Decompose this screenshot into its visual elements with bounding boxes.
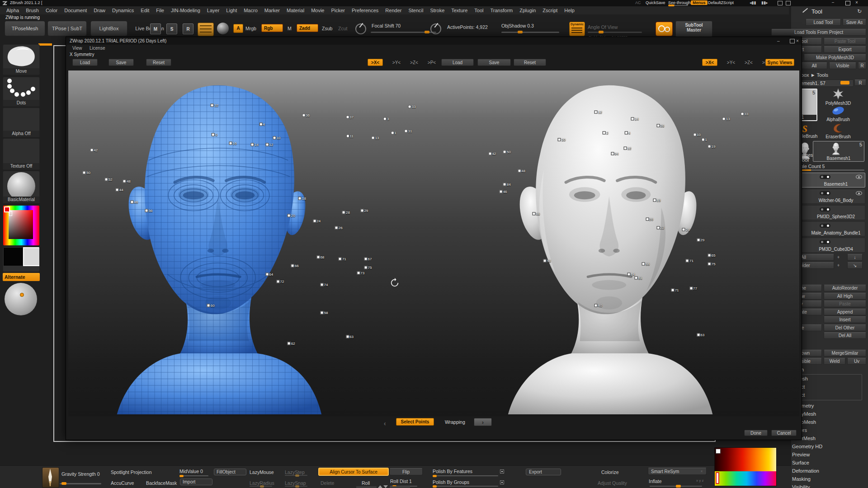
tray-section-surface[interactable]: Surface — [792, 460, 809, 465]
menu-file[interactable]: File — [156, 8, 164, 13]
mesh-point[interactable]: 64 — [265, 272, 273, 277]
left-tray-alpha-off[interactable]: Alpha Off — [3, 108, 40, 137]
mesh-point[interactable]: 14 — [251, 143, 259, 147]
quicksave-button[interactable]: QuickSave — [646, 0, 665, 5]
zwrap-titlebar[interactable]: ZWrap 2020.12.1 TRIAL PERIOD (26 Days Le… — [66, 37, 802, 45]
mesh-point[interactable]: 84 — [503, 183, 511, 187]
tposemesh-button[interactable]: TPoseMesh — [5, 21, 45, 36]
grid-del-other-button[interactable]: Del Other — [824, 324, 866, 331]
angle-of-view-thumb[interactable] — [599, 31, 604, 33]
step-forward-button[interactable]: › — [474, 418, 492, 426]
zwrap-sync-views-button[interactable]: Sync Views — [765, 59, 794, 66]
zwrap-minimize-button[interactable]: – — [777, 37, 780, 45]
secondary-color-swatch[interactable] — [23, 247, 40, 266]
subtool-master-icon[interactable] — [656, 22, 673, 36]
visibility-eye-icon[interactable] — [856, 175, 862, 179]
save-as-button[interactable]: Save As — [843, 19, 866, 26]
wrapping-tab[interactable]: Wrapping — [445, 419, 465, 425]
mesh-point[interactable]: 73 — [357, 271, 364, 275]
mesh-point[interactable]: 65 — [708, 253, 716, 258]
scroll-bar-right[interactable] — [390, 486, 410, 488]
mesh-point[interactable]: 29 — [697, 238, 704, 242]
menu-stencil[interactable]: Stencil — [408, 8, 423, 13]
polish-groups-thumb[interactable] — [433, 485, 437, 488]
lazystep-track[interactable] — [285, 475, 307, 476]
zwrap-close-button[interactable]: × — [796, 37, 799, 45]
tray-section-preview[interactable]: Preview — [792, 452, 810, 457]
mesh-point[interactable]: 2 — [603, 131, 608, 135]
subtool-toggle-pill[interactable] — [820, 207, 830, 211]
mesh-point[interactable]: 0 — [212, 132, 217, 136]
dynamic-persp-button[interactable]: Dynamic — [569, 22, 585, 36]
export-button[interactable]: Export — [824, 46, 866, 53]
panel-left-icon[interactable] — [778, 1, 783, 5]
menus-button[interactable]: Menus — [691, 0, 708, 5]
mesh-point[interactable]: 36 — [302, 113, 310, 117]
step-back-chevron[interactable]: ‹ — [384, 420, 386, 427]
focal-shift-slider[interactable]: Focal Shift 70 — [372, 23, 401, 28]
mesh-point[interactable]: 48 — [123, 179, 131, 183]
axis-button-P[interactable]: >P< — [425, 59, 439, 66]
see-through-track[interactable] — [668, 5, 688, 6]
mesh-point[interactable]: 28 — [342, 210, 350, 214]
zwrap-cancel-button[interactable]: Cancel — [771, 430, 797, 436]
left-tray-gradient[interactable] — [3, 205, 40, 246]
colorize-button[interactable]: Colorize — [601, 469, 619, 475]
axis-button-Z[interactable]: >Z< — [407, 59, 421, 66]
axis-button-Y[interactable]: >Y< — [724, 59, 738, 66]
menu-transform[interactable]: Transform — [491, 8, 513, 13]
zadd-button[interactable]: Zadd — [297, 24, 318, 32]
all-button[interactable]: All — [801, 62, 827, 69]
mesh-point[interactable]: 22 — [656, 226, 664, 230]
grid-all-high-button[interactable]: All High — [824, 293, 866, 300]
mesh-point[interactable]: 36 — [656, 124, 664, 128]
zwrap-symmetry-toggle[interactable]: X Symmetry — [70, 52, 94, 57]
visible-button[interactable]: Visible — [829, 62, 856, 69]
mesh-point[interactable]: 66 — [642, 262, 650, 266]
r-button[interactable]: R — [858, 62, 866, 69]
lazymouse-button[interactable]: LazyMouse — [250, 469, 274, 475]
mesh-point[interactable]: 33 — [408, 105, 416, 109]
sv-marker[interactable] — [9, 211, 12, 216]
mesh-point[interactable]: 20 — [288, 214, 295, 218]
gradient-strip-bottom[interactable] — [715, 471, 776, 486]
material-copy-icon[interactable]: M — [150, 23, 161, 34]
mesh-point[interactable]: 52 — [104, 177, 112, 181]
mesh-point[interactable]: 12 — [594, 110, 602, 114]
polish-groups-track[interactable] — [433, 486, 498, 487]
tray-section-masking[interactable]: Masking — [792, 476, 811, 482]
polish-features-toggle[interactable] — [500, 469, 504, 474]
tpose-subt-button[interactable]: TPose | SubT — [47, 21, 87, 36]
menu-alpha[interactable]: Alpha — [6, 8, 19, 13]
mesh-point[interactable]: 26 — [335, 226, 343, 230]
mesh-point[interactable]: 74 — [320, 283, 328, 287]
mesh-point[interactable]: 56 — [532, 212, 540, 216]
spotlight-dial-icon[interactable] — [217, 23, 229, 34]
m-button[interactable]: M — [288, 26, 292, 31]
mesh-point[interactable]: 46 — [130, 200, 138, 204]
flip-button[interactable]: Flip — [389, 468, 423, 475]
import-button[interactable]: Import — [180, 479, 212, 485]
gradient-marker-top[interactable] — [716, 449, 721, 454]
make-polymesh3d-button[interactable]: Make PolyMesh3D — [804, 54, 866, 61]
menu-help[interactable]: Help — [564, 8, 575, 13]
tray-section-visibility[interactable]: Visibility — [792, 484, 810, 488]
mesh-point[interactable]: 71 — [671, 288, 679, 292]
inflate-slider[interactable]: Inflate — [649, 479, 662, 484]
focal-shift-track[interactable] — [371, 32, 436, 33]
fillobject-button[interactable]: FillObject — [214, 469, 246, 475]
mesh-point[interactable]: 30 — [558, 138, 566, 142]
gravity-strength-slider[interactable]: Gravity Strength 0 — [61, 471, 100, 477]
live-boolean-button[interactable]: Live Boolean — [131, 21, 168, 36]
axis-button-Y[interactable]: >Y< — [390, 59, 403, 66]
mesh-point[interactable]: 10 — [273, 136, 280, 140]
align-cursor-to-surface-button[interactable]: Align Cursor To Surface — [318, 468, 389, 476]
shaded-copy-icon[interactable]: S — [166, 23, 177, 34]
mesh-point[interactable]: 37 — [346, 115, 354, 119]
scroll-down-icon[interactable] — [383, 485, 388, 488]
mesh-point[interactable]: 24 — [313, 219, 321, 223]
mesh-point[interactable]: 13 — [372, 136, 379, 140]
axis-button-X[interactable]: >X< — [702, 59, 717, 66]
zwrap-reset-button-mid[interactable]: Reset — [514, 59, 546, 66]
obj-shadow-thumb[interactable] — [518, 31, 523, 33]
